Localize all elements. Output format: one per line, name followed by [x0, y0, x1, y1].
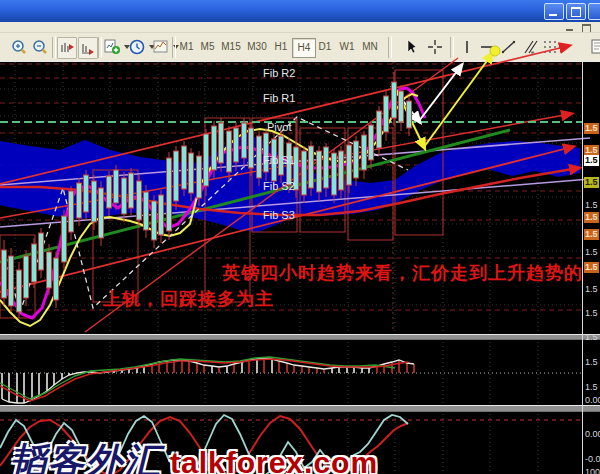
grid-tool-icon — [541, 38, 559, 56]
toolbar-separator — [98, 37, 102, 58]
close-button[interactable] — [588, 3, 600, 20]
toolbar-separator — [388, 37, 392, 58]
tag-icon — [591, 38, 600, 56]
minimize-icon — [549, 14, 557, 16]
trendline-icon — [500, 38, 518, 56]
timeframe-M15[interactable]: M15 — [218, 38, 244, 56]
price-scale-label: 1.5 — [584, 200, 599, 211]
fib-level-label: Fib R2 — [263, 67, 295, 79]
channel-icon: e — [521, 38, 539, 56]
hline-button[interactable] — [478, 37, 496, 57]
price-scale-label: 1.5 — [584, 155, 599, 166]
toolbar-separator — [52, 37, 56, 58]
vline-button[interactable] — [458, 37, 476, 57]
analysis-note-line1: 英镑四小时趋势来看，汇价走到上升趋势的 — [222, 261, 583, 285]
timeframe-M1[interactable]: M1 — [176, 38, 197, 56]
price-scale-label: 0.00 — [584, 395, 600, 406]
svg-text:e: e — [531, 49, 535, 55]
watermark: 韬客外汇talkforex.com — [10, 437, 378, 474]
macd-panel[interactable] — [0, 338, 583, 405]
timeframe-M30[interactable]: M30 — [244, 38, 270, 56]
minimize-button[interactable] — [544, 3, 564, 20]
maximize-icon — [571, 7, 581, 17]
hline-icon — [478, 38, 496, 56]
auto-scroll-button[interactable] — [78, 37, 98, 59]
toolbar-separator — [450, 37, 454, 58]
timeframe-MN[interactable]: MN — [358, 38, 382, 56]
price-scale-label: 1.5 — [584, 229, 599, 240]
price-scale-label: 1.5 — [584, 123, 599, 134]
crosshair-button[interactable] — [426, 37, 444, 57]
child-restore-button[interactable] — [579, 23, 592, 32]
zoom-in-icon — [10, 38, 28, 56]
analysis-note-line2: 上轨，回踩接多为主 — [103, 287, 274, 311]
watermark-cn: 韬客外汇 — [10, 439, 162, 474]
timeframe-M5[interactable]: M5 — [197, 38, 218, 56]
new-chart-icon — [103, 38, 121, 56]
title-bar — [0, 0, 600, 22]
child-minimize-button[interactable] — [563, 23, 576, 32]
grid-tool-button[interactable] — [541, 37, 559, 57]
fib-level-label: Fib S3 — [263, 209, 295, 221]
timeframe-H1[interactable]: H1 — [270, 38, 292, 56]
price-scale-label: 1.5 — [584, 382, 599, 393]
chart-region: Fib R2Fib R1PivotFib S1Fib S2Fib S3 1.51… — [0, 61, 600, 474]
price-scale-label: 0.00 — [584, 429, 600, 440]
price-scale-label: 1.5 — [584, 177, 599, 188]
fib-level-label: Pivot — [267, 121, 291, 133]
chart-shift-button[interactable] — [57, 37, 77, 59]
tag-button[interactable] — [591, 37, 600, 57]
vline-icon — [458, 38, 476, 56]
zoom-out-icon — [31, 38, 49, 56]
cursor-icon — [402, 38, 420, 56]
price-scale-label: 1.5 — [584, 247, 599, 258]
price-scale-label: -0.0 — [584, 454, 600, 465]
watermark-en: talkforex.com — [170, 446, 378, 474]
channel-button[interactable]: e — [521, 37, 539, 57]
fib-level-label: Fib R1 — [263, 92, 295, 104]
price-scale-label: 1.5 — [584, 262, 599, 273]
zoom-in-button[interactable] — [10, 37, 28, 57]
cursor-button[interactable] — [402, 37, 420, 57]
auto-scroll-icon — [79, 39, 97, 57]
price-scale-label: 1.5 — [584, 212, 599, 223]
panel-separator-1[interactable] — [0, 334, 600, 340]
price-scale-label: 1.5 — [584, 284, 599, 295]
panel-separator-2[interactable] — [0, 405, 600, 412]
price-scale-label: 1.5 — [584, 332, 599, 343]
timeframe-D1[interactable]: D1 — [314, 38, 336, 56]
price-scale-label: 1.5 — [584, 308, 599, 319]
template-icon — [152, 38, 170, 56]
window-controls — [544, 3, 600, 20]
price-scale-label: 1.5 — [584, 357, 599, 368]
period-button[interactable] — [128, 37, 155, 57]
new-chart-button[interactable] — [103, 37, 130, 57]
crosshair-icon — [426, 38, 444, 56]
period-icon — [128, 38, 146, 56]
fib-level-label: Fib S2 — [263, 180, 295, 192]
zoom-out-button[interactable] — [31, 37, 49, 57]
toolbar: eM1M5M15M30H1H4D1W1MN — [0, 32, 600, 62]
price-scale-label: 100 — [584, 467, 600, 474]
timeframe-H4[interactable]: H4 — [292, 38, 316, 58]
trendline-button[interactable] — [500, 37, 518, 57]
chart-shift-icon — [58, 39, 76, 57]
maximize-button[interactable] — [566, 3, 586, 20]
child-minimize-icon — [566, 29, 573, 31]
mt4-window: eM1M5M15M30H1H4D1W1MN Fib R2Fib R1PivotF… — [0, 0, 600, 474]
timeframe-W1[interactable]: W1 — [336, 38, 358, 56]
fib-level-label: Fib S1 — [263, 154, 295, 166]
